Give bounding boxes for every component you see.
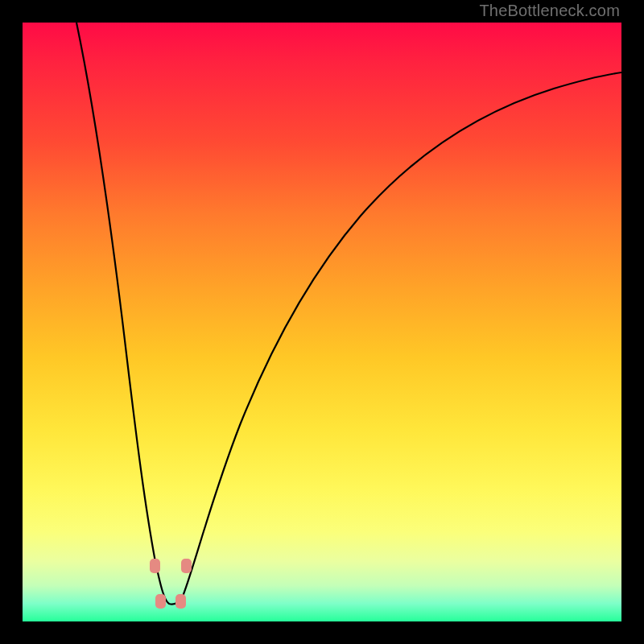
curve-marker <box>150 559 160 573</box>
curve-marker <box>181 559 192 573</box>
curve-marker <box>155 594 166 609</box>
bottleneck-curve <box>76 23 621 605</box>
curve-marker <box>175 594 186 609</box>
chart-plot-area <box>23 23 621 621</box>
chart-svg <box>23 23 621 621</box>
attribution-text: TheBottleneck.com <box>479 2 620 20</box>
